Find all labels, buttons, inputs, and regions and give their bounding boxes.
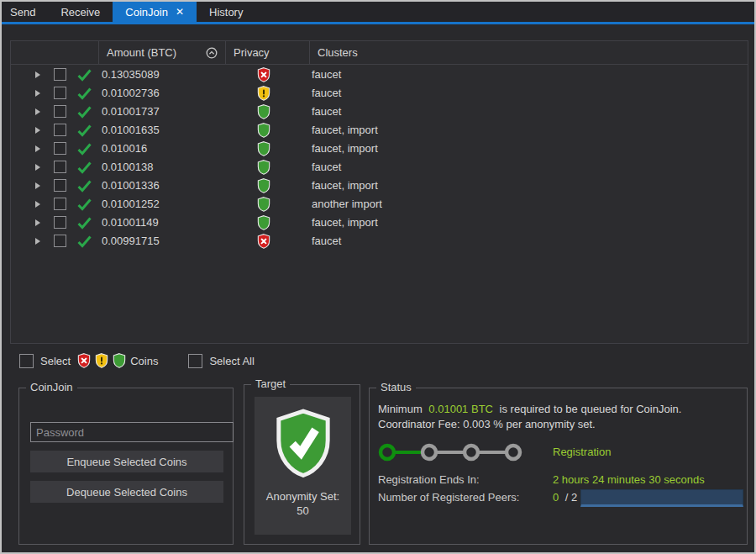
coin-checkbox[interactable]	[54, 105, 66, 118]
phase-step-2	[423, 446, 436, 459]
select-all-label: Select All	[209, 355, 254, 367]
tab-send[interactable]: Send	[2, 2, 48, 22]
tab-receive[interactable]: Receive	[48, 2, 113, 22]
column-header-privacy[interactable]: Privacy	[225, 41, 309, 64]
expand-arrow-icon[interactable]	[35, 182, 40, 189]
column-header-clusters[interactable]: Clusters	[309, 41, 748, 64]
coin-row[interactable]: 0.13035089 faucet	[11, 66, 748, 84]
registered-peers-value: 0 / 2	[553, 491, 577, 504]
expand-arrow-icon[interactable]	[35, 108, 40, 115]
clusters-cell: faucet, import	[312, 214, 378, 232]
confirmed-check-icon	[77, 235, 92, 248]
expand-arrow-icon[interactable]	[35, 201, 40, 208]
current-phase-label: Registration	[553, 446, 611, 458]
confirmed-check-icon	[77, 124, 92, 137]
coin-checkbox[interactable]	[54, 142, 66, 155]
privacy-shield-icon	[257, 160, 270, 175]
phase-step-1-active	[381, 446, 394, 459]
registered-peers-label: Number of Registered Peers:	[378, 491, 519, 504]
coin-row[interactable]: 0.01001336 faucet, import	[11, 177, 748, 195]
coin-checkbox[interactable]	[54, 124, 66, 136]
peers-current: 0	[553, 491, 559, 504]
confirmed-check-icon	[77, 161, 92, 174]
clusters-cell: faucet, import	[312, 121, 378, 140]
privacy-shield-icon	[257, 178, 270, 193]
amount-cell: 0.01001252	[102, 195, 160, 214]
expand-arrow-icon[interactable]	[35, 90, 40, 97]
phase-step-3	[465, 446, 478, 459]
amount-cell: 0.01001737	[102, 103, 160, 121]
coinjoin-groupbox-title: CoinJoin	[26, 381, 77, 393]
clusters-cell: faucet	[312, 232, 341, 251]
tab-history-label: History	[209, 6, 243, 18]
clusters-cell: faucet, import	[312, 140, 378, 158]
expand-arrow-icon[interactable]	[35, 238, 40, 245]
anonymity-set-value: 50	[266, 504, 339, 518]
clusters-cell: faucet	[312, 103, 341, 121]
coin-checkbox[interactable]	[54, 68, 66, 81]
phase-step-4	[507, 446, 520, 459]
table-header: Amount (BTC) Privacy Clusters	[11, 41, 748, 65]
sort-descending-icon[interactable]	[206, 47, 218, 59]
clusters-cell: faucet, import	[312, 177, 378, 195]
coin-rows: 0.13035089 faucet 0.01002736 faucet 0.01…	[11, 66, 748, 251]
expand-arrow-icon[interactable]	[35, 71, 40, 78]
select-all-checkbox[interactable]	[188, 354, 202, 368]
privacy-shield-icon	[257, 104, 270, 119]
shield-green-icon	[113, 353, 126, 368]
password-input[interactable]	[30, 422, 234, 442]
peers-total: / 2	[565, 491, 577, 504]
close-tab-icon[interactable]: ✕	[176, 6, 184, 18]
expand-arrow-icon[interactable]	[35, 145, 40, 152]
clusters-cell: faucet	[312, 66, 341, 84]
coin-checkbox[interactable]	[54, 198, 66, 210]
confirmed-check-icon	[77, 69, 92, 82]
coordinator-fee-text: Coordinator Fee: 0.003 % per anonymity s…	[378, 418, 596, 430]
amount-cell: 0.0100138	[102, 158, 153, 177]
target-groupbox-title: Target	[251, 377, 290, 390]
enqueue-button[interactable]: Enqueue Selected Coins	[30, 451, 223, 472]
registration-ends-label: Registration Ends In:	[378, 473, 480, 486]
privacy-column-label: Privacy	[234, 46, 270, 59]
coin-checkbox[interactable]	[54, 179, 66, 192]
coin-row[interactable]: 0.01002736 faucet	[11, 84, 748, 103]
expand-arrow-icon[interactable]	[35, 164, 40, 171]
clusters-cell: another import	[312, 195, 382, 214]
coin-checkbox[interactable]	[54, 161, 66, 173]
confirmed-check-icon	[77, 198, 92, 211]
coin-row[interactable]: 0.01001737 faucet	[11, 103, 748, 121]
coin-checkbox[interactable]	[54, 87, 66, 99]
coin-row[interactable]: 0.010016 faucet, import	[11, 140, 748, 158]
coin-row[interactable]: 0.00991715 faucet	[11, 232, 748, 251]
coin-row[interactable]: 0.0100138 faucet	[11, 158, 748, 177]
active-tab-underline	[2, 22, 754, 24]
confirmed-check-icon	[77, 217, 92, 230]
coin-checkbox[interactable]	[54, 235, 66, 247]
expand-arrow-icon[interactable]	[35, 219, 40, 226]
confirmed-check-icon	[77, 106, 92, 119]
dequeue-button[interactable]: Dequeue Selected Coins	[30, 481, 223, 503]
minimum-amount: 0.01001 BTC	[428, 403, 493, 415]
confirmed-check-icon	[77, 180, 92, 193]
privacy-shield-icon	[257, 141, 270, 156]
coin-checkbox[interactable]	[54, 216, 66, 229]
coin-row[interactable]: 0.01001635 faucet, import	[11, 121, 748, 140]
coin-row[interactable]: 0.01001252 another import	[11, 195, 748, 214]
registration-ends-value: 2 hours 24 minutes 30 seconds	[553, 473, 705, 486]
column-header-amount[interactable]: Amount (BTC)	[98, 41, 225, 64]
minimum-prefix: Minimum	[378, 403, 423, 415]
tab-send-label: Send	[10, 6, 35, 18]
status-groupbox-title: Status	[376, 381, 416, 393]
clusters-cell: faucet	[312, 158, 341, 177]
amount-cell: 0.01002736	[102, 84, 160, 103]
coins-table: Amount (BTC) Privacy Clusters 0.13035089	[10, 40, 748, 344]
privacy-shield-icon	[257, 86, 270, 101]
select-coins-checkbox[interactable]	[19, 354, 34, 368]
tab-history[interactable]: History	[197, 2, 255, 22]
coin-row[interactable]: 0.01001149 faucet, import	[11, 214, 748, 232]
privacy-shield-icon	[257, 234, 270, 249]
anonymity-set-label: Anonymity Set:	[266, 489, 339, 504]
target-groupbox: Target Anonymity Set: 50	[244, 384, 360, 545]
tab-coinjoin[interactable]: CoinJoin ✕	[113, 2, 197, 22]
expand-arrow-icon[interactable]	[35, 127, 40, 134]
